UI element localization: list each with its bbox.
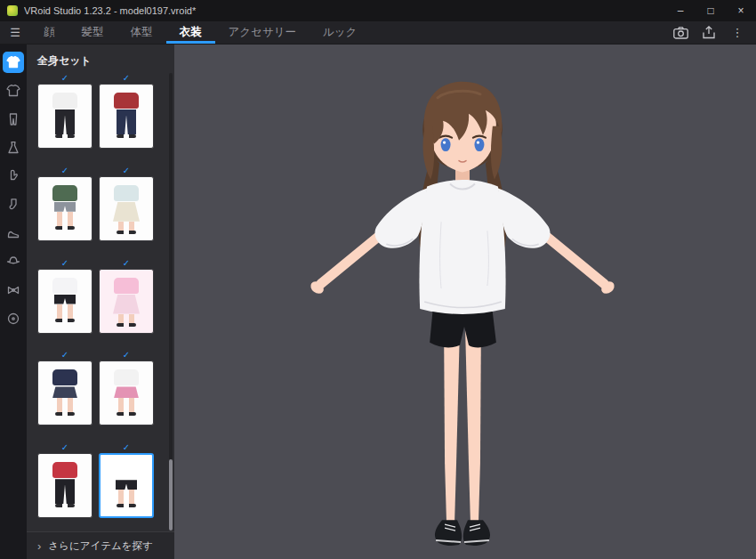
tops-icon <box>6 84 20 98</box>
outfit-cell: ✓ <box>99 165 154 255</box>
outfit-thumbnail-white-tee-black-shorts[interactable] <box>99 453 154 518</box>
outfit-cell: ✓ <box>99 442 154 531</box>
panel-scrollbar[interactable] <box>169 73 173 531</box>
tab-face[interactable]: 顔 <box>30 21 68 44</box>
shoes-icon <box>6 226 20 240</box>
menubar-actions: ⋮ <box>669 21 756 44</box>
check-icon: ✓ <box>61 349 68 361</box>
gloves-icon <box>6 169 20 183</box>
outfit-thumbnail-pink-dress-set[interactable] <box>99 269 154 334</box>
category-tops[interactable] <box>3 80 24 101</box>
outfit-cell: ✓ <box>99 349 154 439</box>
maximize-button[interactable]: □ <box>696 0 726 21</box>
category-ribbon[interactable] <box>3 280 24 301</box>
chevron-right-icon: › <box>37 539 41 553</box>
outfit-cell: ✓ <box>99 72 154 162</box>
outfit-cell: ✓ <box>37 442 92 531</box>
hat-icon <box>6 255 20 269</box>
check-icon: ✓ <box>123 257 130 269</box>
outfit-cell: ✓ <box>99 257 154 347</box>
panel-scrollbar-thumb[interactable] <box>169 459 173 531</box>
camera-icon <box>673 27 688 39</box>
category-hat[interactable] <box>3 251 24 272</box>
bottoms-icon <box>6 112 20 126</box>
outfit-panel: 全身セット ✓✓✓✓✓✓✓✓✓✓ › さらにアイテムを探す <box>27 45 174 559</box>
outfit-cell: ✓ <box>37 349 92 439</box>
hamburger-menu-icon[interactable]: ☰ <box>0 21 30 44</box>
minimize-button[interactable]: – <box>665 0 696 21</box>
check-icon: ✓ <box>123 442 130 453</box>
category-fullbody-set[interactable] <box>3 52 24 73</box>
find-more-items-button[interactable]: › さらにアイテムを探す <box>27 531 174 559</box>
outfit-grid: ✓✓✓✓✓✓✓✓✓✓ <box>27 72 174 531</box>
camera-screenshot-button[interactable] <box>669 24 692 42</box>
tab-outfit[interactable]: 衣装 <box>166 21 215 44</box>
vroid-logo-icon <box>7 5 18 16</box>
check-icon: ✓ <box>123 165 130 176</box>
outfit-thumbnail-navy-blazer-plaid-skirt[interactable] <box>37 361 92 425</box>
check-icon: ✓ <box>61 257 68 269</box>
kebab-menu-icon[interactable]: ⋮ <box>726 24 749 42</box>
outfit-thumbnail-sailor-top-black-shorts[interactable] <box>37 269 92 334</box>
app-window: VRoid Studio 1.23.2 - model0197.vroid* –… <box>0 0 756 559</box>
socks-icon <box>6 198 20 212</box>
category-rail <box>0 45 27 559</box>
outfit-thumbnail-white-top-pink-plaid-skirt[interactable] <box>99 361 154 425</box>
panel-title: 全身セット <box>27 45 174 72</box>
check-icon: ✓ <box>61 165 68 176</box>
tab-accessory[interactable]: アクセサリー <box>215 21 310 44</box>
ribbon-icon <box>6 283 20 297</box>
outfit-thumbnail-white-top-black-capris[interactable] <box>37 84 92 149</box>
category-one-piece[interactable] <box>3 137 24 158</box>
window-title: VRoid Studio 1.23.2 - model0197.vroid* <box>24 5 665 16</box>
tab-hair[interactable]: 髪型 <box>68 21 117 44</box>
menubar: ☰ 顔髪型体型衣装アクセサリールック ⋮ <box>0 21 756 45</box>
content-area: 全身セット ✓✓✓✓✓✓✓✓✓✓ › さらにアイテムを探す <box>0 45 756 559</box>
category-other[interactable] <box>3 308 24 329</box>
find-more-items-label: さらにアイテムを探す <box>48 539 152 553</box>
close-button[interactable]: × <box>726 0 756 21</box>
check-icon: ✓ <box>61 442 68 453</box>
window-controls: – □ × <box>665 0 756 21</box>
category-socks[interactable] <box>3 194 24 215</box>
outfit-thumbnail-green-floral-shirt-shorts[interactable] <box>37 176 92 241</box>
outfit-thumbnail-red-floral-shirt-jeans[interactable] <box>99 84 154 149</box>
other-icon <box>6 312 20 326</box>
tab-body[interactable]: 体型 <box>117 21 166 44</box>
outfit-thumbnail-cream-long-dress[interactable] <box>99 176 154 241</box>
main-tabs: 顔髪型体型衣装アクセサリールック <box>30 21 370 44</box>
outfit-thumbnail-red-sweat-black-leggings[interactable] <box>37 453 92 518</box>
check-icon: ✓ <box>123 72 130 84</box>
tab-look[interactable]: ルック <box>310 21 370 44</box>
outfit-cell: ✓ <box>37 165 92 255</box>
titlebar: VRoid Studio 1.23.2 - model0197.vroid* –… <box>0 0 756 21</box>
check-icon: ✓ <box>123 349 130 361</box>
model-viewport[interactable] <box>174 45 756 559</box>
category-shoes[interactable] <box>3 223 24 244</box>
character-model <box>174 45 756 559</box>
category-bottoms[interactable] <box>3 109 24 130</box>
export-icon <box>703 26 715 39</box>
category-gloves[interactable] <box>3 166 24 187</box>
fullbody-set-icon <box>6 55 20 69</box>
outfit-cell: ✓ <box>37 72 92 162</box>
export-button[interactable] <box>697 24 720 42</box>
check-icon: ✓ <box>61 72 68 84</box>
outfit-cell: ✓ <box>37 257 92 347</box>
one-piece-icon <box>6 141 20 155</box>
